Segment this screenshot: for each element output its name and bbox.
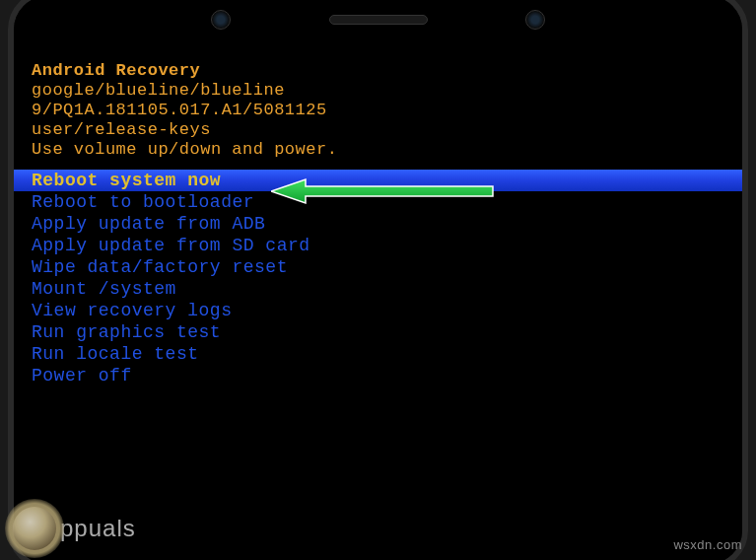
brand-logo-icon xyxy=(5,499,64,558)
brand-text: ppuals xyxy=(60,515,136,542)
menu-item-reboot-bootloader[interactable]: Reboot to bootloader xyxy=(32,191,724,213)
device-info: google/blueline/blueline xyxy=(32,81,724,101)
watermark-site: wsxdn.com xyxy=(673,537,742,552)
menu-item-locale-test[interactable]: Run locale test xyxy=(32,343,724,365)
phone-top-bezel xyxy=(14,0,742,43)
recovery-title: Android Recovery xyxy=(32,61,724,81)
recovery-menu: Reboot system now Reboot to bootloader A… xyxy=(32,170,724,386)
menu-item-apply-update-sd[interactable]: Apply update from SD card xyxy=(32,235,724,256)
keys-info: user/release-keys xyxy=(32,120,724,140)
recovery-screen: Android Recovery google/blueline/bluelin… xyxy=(14,43,742,560)
speaker-grille-icon xyxy=(329,15,428,25)
camera-left-icon xyxy=(211,10,231,30)
camera-right-icon xyxy=(525,10,545,30)
menu-item-wipe-data[interactable]: Wipe data/factory reset xyxy=(32,256,724,278)
phone-frame: Android Recovery google/blueline/bluelin… xyxy=(8,0,748,560)
watermark-brand: ppuals xyxy=(0,496,177,560)
menu-item-power-off[interactable]: Power off xyxy=(32,365,724,386)
build-info: 9/PQ1A.181105.017.A1/5081125 xyxy=(32,101,724,120)
menu-item-reboot-system[interactable]: Reboot system now xyxy=(14,170,742,191)
menu-item-graphics-test[interactable]: Run graphics test xyxy=(32,321,724,343)
menu-item-apply-update-adb[interactable]: Apply update from ADB xyxy=(32,213,724,235)
navigation-instructions: Use volume up/down and power. xyxy=(32,140,724,160)
menu-item-mount-system[interactable]: Mount /system xyxy=(32,278,724,300)
menu-item-view-logs[interactable]: View recovery logs xyxy=(32,300,724,321)
